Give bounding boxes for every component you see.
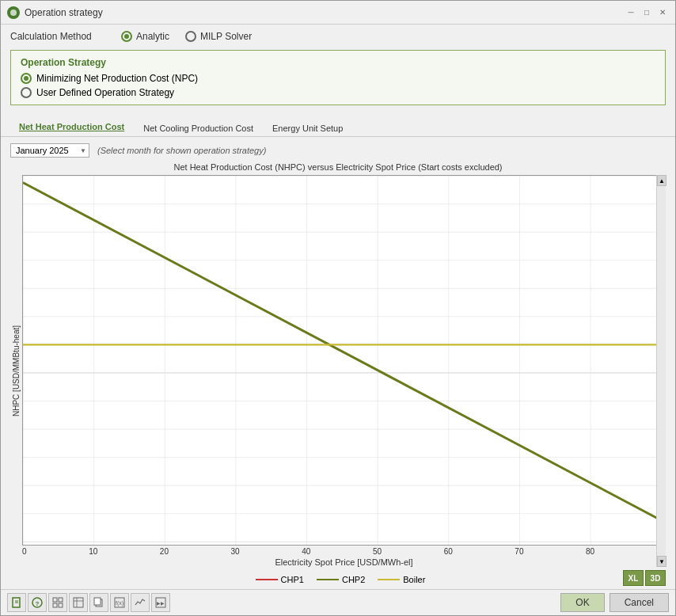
user-option[interactable]: User Defined Operation Strategy (21, 87, 655, 98)
ok-button[interactable]: OK (560, 593, 604, 612)
chart-area: NHPC [USD/MMBtu-heat] (10, 175, 666, 567)
legend-chp1: CHP1 (256, 575, 304, 584)
analytic-radio[interactable]: Analytic (121, 31, 169, 42)
signal-icon (135, 597, 146, 608)
title-bar-left: Operation strategy (7, 6, 103, 19)
svg-text:f(x): f(x) (116, 600, 123, 606)
svg-rect-45 (53, 598, 57, 602)
month-select-wrap: January 2025 February 2025 March 2025 (10, 143, 89, 158)
npc-radio-circle (21, 73, 32, 84)
xl-button[interactable]: XL (623, 570, 644, 586)
bottom-icons: ? (7, 593, 170, 612)
chp2-line-icon (317, 579, 339, 580)
chart-icon: f(x) (114, 597, 125, 608)
scrollbar: ▲ ▼ (656, 175, 666, 567)
month-row: January 2025 February 2025 March 2025 (S… (10, 143, 666, 158)
tab-cooling[interactable]: Net Cooling Production Cost (135, 120, 262, 136)
chart-inner: 20 18 16 14 12 10 8 6 4 2 0 (22, 175, 666, 567)
milp-radio-circle (185, 31, 196, 42)
chart-svg: 20 18 16 14 12 10 8 6 4 2 0 (23, 176, 665, 545)
y-axis-label: NHPC [USD/MMBtu-heat] (10, 175, 21, 567)
calc-method-row: Calculation Method Analytic MILP Solver (10, 31, 666, 42)
minimize-button[interactable]: ─ (625, 6, 637, 19)
grid-icon-btn[interactable] (48, 593, 67, 612)
app-icon (7, 6, 20, 19)
copy-icon (93, 597, 104, 608)
tab-energy-unit[interactable]: Energy Unit Setup (264, 120, 351, 136)
close-button[interactable]: ✕ (656, 6, 669, 19)
svg-rect-53 (94, 598, 101, 605)
cancel-button[interactable]: Cancel (610, 593, 669, 612)
main-window: Operation strategy ─ □ ✕ Calculation Met… (0, 0, 676, 616)
month-hint: (Select month for shown operation strate… (97, 146, 266, 155)
help-icon-btn[interactable]: ? (28, 593, 47, 612)
legend-boiler: Boiler (378, 575, 425, 584)
user-label: User Defined Operation Strategy (36, 87, 174, 98)
table-icon (73, 597, 84, 608)
chart-icon-btn[interactable]: f(x) (110, 593, 129, 612)
window-controls: ─ □ ✕ (625, 6, 669, 19)
svg-rect-46 (59, 598, 63, 602)
chart-section: January 2025 February 2025 March 2025 (S… (1, 137, 675, 589)
chart-container: Net Heat Production Cost (NHPC) versus E… (10, 162, 666, 586)
chp1-line-icon (256, 579, 278, 580)
svg-point-0 (10, 10, 17, 16)
chp2-label: CHP2 (342, 575, 365, 584)
boiler-label: Boiler (403, 575, 425, 584)
scroll-up[interactable]: ▲ (657, 175, 667, 186)
scroll-down[interactable]: ▼ (657, 556, 667, 567)
3d-button[interactable]: 3D (645, 570, 666, 586)
new-icon (11, 597, 22, 608)
scroll-track (657, 186, 666, 556)
legend-chp2: CHP2 (317, 575, 365, 584)
x-axis-labels: 0 10 20 30 40 50 60 70 80 90 (22, 546, 666, 556)
chart-plot: 20 18 16 14 12 10 8 6 4 2 0 (22, 175, 666, 546)
npc-option[interactable]: Minimizing Net Production Cost (NPC) (21, 73, 655, 84)
milp-radio[interactable]: MILP Solver (185, 31, 252, 42)
content-area: Calculation Method Analytic MILP Solver … (1, 25, 675, 589)
svg-rect-49 (74, 598, 83, 607)
chp1-label: CHP1 (281, 575, 304, 584)
svg-rect-48 (59, 603, 63, 607)
maximize-button[interactable]: □ (640, 6, 653, 19)
user-radio-circle (21, 87, 32, 98)
boiler-line-icon (378, 579, 400, 580)
analytic-label: Analytic (136, 31, 169, 42)
npc-label: Minimizing Net Production Cost (NPC) (36, 73, 198, 84)
grid-icon (52, 597, 63, 608)
svg-text:▶▶: ▶▶ (157, 601, 165, 606)
chart-legend: CHP1 CHP2 Boiler (256, 575, 426, 584)
title-bar: Operation strategy ─ □ ✕ (1, 1, 675, 25)
month-select[interactable]: January 2025 February 2025 March 2025 (10, 143, 89, 158)
copy-icon-btn[interactable] (89, 593, 108, 612)
help-icon: ? (32, 597, 43, 608)
tab-net-heat[interactable]: Net Heat Production Cost (10, 118, 133, 136)
top-section: Calculation Method Analytic MILP Solver … (1, 25, 675, 112)
svg-line-38 (23, 183, 662, 521)
calc-method-label: Calculation Method (10, 31, 105, 42)
strategy-box-title: Operation Strategy (21, 57, 655, 68)
export-icon-btn[interactable]: ▶▶ (151, 593, 170, 612)
table-icon-btn[interactable] (69, 593, 88, 612)
strategy-box: Operation Strategy Minimizing Net Produc… (10, 50, 666, 105)
window-title: Operation strategy (25, 7, 103, 18)
bottom-bar: ? (1, 589, 675, 615)
tabs-row: Net Heat Production Cost Net Cooling Pro… (1, 118, 675, 137)
milp-label: MILP Solver (200, 31, 252, 42)
svg-rect-47 (53, 603, 57, 607)
bottom-action-btns: OK Cancel (560, 593, 669, 612)
chart-title: Net Heat Production Cost (NHPC) versus E… (10, 162, 666, 172)
new-icon-btn[interactable] (7, 593, 26, 612)
svg-text:?: ? (36, 600, 40, 607)
export-icon: ▶▶ (155, 597, 166, 608)
signal-icon-btn[interactable] (131, 593, 150, 612)
analytic-radio-circle (121, 31, 132, 42)
x-axis-title: Electricity Spot Price [USD/MWh-el] (22, 557, 666, 567)
